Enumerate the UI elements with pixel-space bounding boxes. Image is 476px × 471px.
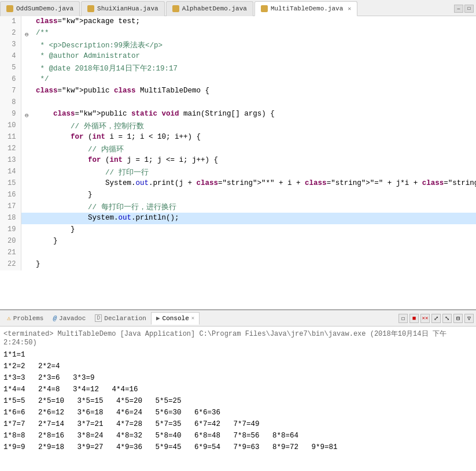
tab-label: MultiTableDemo.java [271,5,343,12]
declaration-icon: D [95,314,102,322]
line-gutter[interactable] [21,259,32,270]
line-number: 13 [0,155,21,166]
line-number: 7 [0,86,21,97]
line-number: 2 [0,28,21,39]
line-gutter[interactable] [21,120,32,132]
code-line: class="kw">public static void main(Strin… [32,109,476,120]
code-line: // 每打印一行，进行换行 [32,201,476,213]
code-line: // 外循环，控制行数 [32,120,476,132]
line-gutter[interactable] [21,86,32,97]
code-line: // 打印一行 [32,166,476,178]
console-icon: ▶ [156,314,160,322]
line-gutter[interactable] [21,16,32,28]
console-close-icon: ✕ [191,315,194,321]
line-number: 8 [0,97,21,109]
code-line [32,247,476,259]
code-line: System.out.print(j + class="string">"*" … [32,178,476,190]
line-gutter[interactable] [21,51,32,62]
line-number: 3 [0,39,21,51]
panel-tab-declaration[interactable]: D Declaration [90,312,151,325]
code-line: * @date 2018年10月14日下午2:19:17 [32,62,476,74]
tab-label: ShuiXianHua.java [97,5,158,12]
tab-multitabledemo[interactable]: MultiTableDemo.java ✕ [254,1,357,16]
line-gutter[interactable] [21,247,32,259]
line-gutter[interactable] [21,74,32,86]
code-line: for (int i = 1; i < 10; i++) { [32,132,476,143]
line-gutter[interactable] [21,132,32,143]
code-line: * <p>Description:99乘法表</p> [32,39,476,51]
code-line: /** [32,28,476,39]
line-gutter[interactable] [21,201,32,213]
panel-terminate-all-button[interactable]: ✕✕ [420,314,430,323]
line-gutter[interactable] [21,62,32,74]
console-output-area[interactable]: <terminated> MultiTableDemo [Java Applic… [0,327,476,471]
line-number: 5 [0,62,21,74]
java-file-icon [261,5,268,12]
line-number: 12 [0,143,21,155]
line-number: 18 [0,213,21,224]
console-status: <terminated> MultiTableDemo [Java Applic… [3,329,473,347]
maximize-button[interactable]: □ [464,5,474,13]
line-number: 6 [0,74,21,86]
javadoc-icon: @ [53,315,57,322]
line-gutter[interactable] [21,236,32,247]
line-gutter[interactable]: ⊖ [21,28,32,39]
line-gutter[interactable] [21,178,32,190]
line-gutter[interactable] [21,97,32,109]
panel-expand-button[interactable]: ⤢ [431,314,441,323]
panel-tab-label: Problems [13,315,44,322]
panel-controls: ☐ ■ ✕✕ ⤢ ⤡ ⊟ ▽ [398,314,474,323]
java-file-icon [6,5,13,12]
code-line: class="kw">public class MultiTableDemo { [32,86,476,97]
panel-tab-problems[interactable]: ⚠ Problems [2,312,48,325]
line-gutter[interactable] [21,166,32,178]
window-controls: — □ [454,5,476,13]
line-gutter[interactable] [21,143,32,155]
line-gutter[interactable] [21,155,32,166]
code-line: * @author Administrator [32,51,476,62]
code-line: System.out.println(); [32,213,476,224]
panel-tab-javadoc[interactable]: @ Javadoc [48,312,90,325]
line-gutter[interactable] [21,190,32,201]
panel-tab-label: Declaration [104,315,146,322]
minimize-button[interactable]: — [454,5,463,13]
line-gutter[interactable]: ⊖ [21,109,32,120]
tab-close-icon[interactable]: ✕ [348,5,351,12]
line-number: 11 [0,132,21,143]
panel-tab-console[interactable]: ▶ Console ✕ [151,312,200,325]
line-number: 4 [0,51,21,62]
console-text: 1*1=11*2=2 2*2=41*3=3 2*3=6 3*3=91*4=4 2… [3,349,473,453]
line-number: 19 [0,224,21,236]
line-gutter[interactable] [21,213,32,224]
panel-restore-button[interactable]: ⊟ [453,314,463,323]
code-line: // 内循环 [32,143,476,155]
code-line: for (int j = 1; j <= i; j++) { [32,155,476,166]
code-line: } [32,259,476,270]
line-number: 21 [0,247,21,259]
tab-shuixianhua[interactable]: ShuiXianHua.java [81,1,165,16]
line-number: 14 [0,166,21,178]
code-line: } [32,236,476,247]
code-scroll-area[interactable]: 1class="kw">package test;2⊖/**3 * <p>Des… [0,16,476,309]
panel-menu-button[interactable]: ▽ [464,314,474,323]
panel-minimize-button[interactable]: ☐ [398,314,408,323]
code-editor: 1class="kw">package test;2⊖/**3 * <p>Des… [0,16,476,309]
java-file-icon [172,5,179,12]
line-gutter[interactable] [21,224,32,236]
panel-tab-bar: ⚠ Problems @ Javadoc D Declaration ▶ Con… [0,310,476,327]
code-line: class="kw">package test; [32,16,476,28]
panel-collapse-button[interactable]: ⤡ [442,314,452,323]
line-number: 9 [0,109,21,120]
line-number: 10 [0,120,21,132]
code-line: } [32,190,476,201]
line-number: 20 [0,236,21,247]
tab-oddssumdemo[interactable]: OddSumDemo.java [0,1,80,16]
tab-label: OddSumDemo.java [16,5,73,12]
tab-alphabetdemo[interactable]: AlphabetDemo.java [166,1,253,16]
bottom-panel: ⚠ Problems @ Javadoc D Declaration ▶ Con… [0,309,476,471]
code-lines: 1class="kw">package test;2⊖/**3 * <p>Des… [0,16,476,270]
line-number: 17 [0,201,21,213]
panel-terminate-button[interactable]: ■ [409,314,419,323]
line-gutter[interactable] [21,39,32,51]
line-number: 16 [0,190,21,201]
